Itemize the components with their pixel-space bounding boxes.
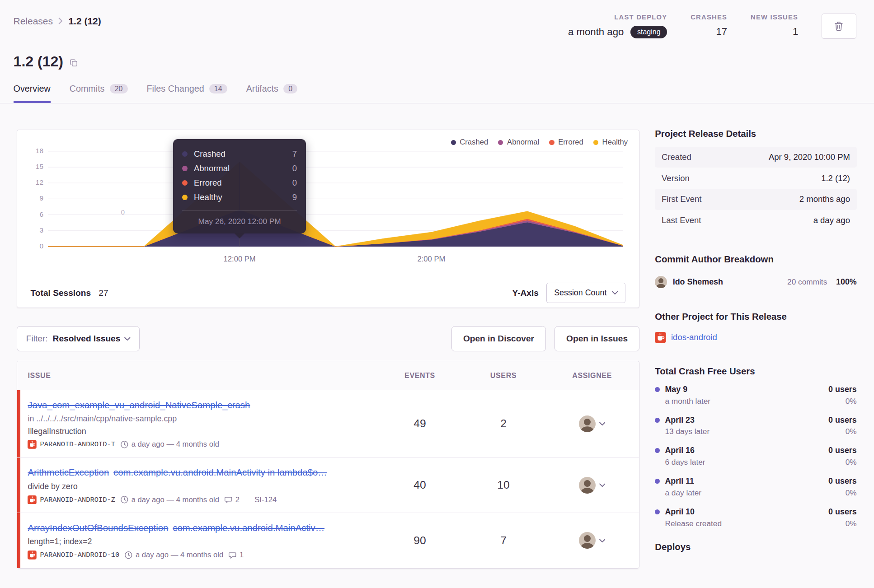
- tab-count-badge: 20: [110, 84, 128, 93]
- issue-title-link[interactable]: ArrayIndexOutOfBoundsException: [28, 523, 168, 533]
- tab-artifacts[interactable]: Artifacts0: [246, 84, 297, 103]
- crash-free-item: April 100 users Release created0%: [655, 507, 856, 528]
- tooltip-row-errored: Errored0: [182, 176, 297, 190]
- timeline-dot-icon: [655, 448, 660, 453]
- open-in-issues-button[interactable]: Open in Issues: [554, 326, 639, 351]
- device-tag[interactable]: PARANOID-ANDROID-T: [28, 440, 115, 449]
- issue-age: a day ago — 4 months old: [124, 551, 223, 560]
- sessions-chart-card: 0369121518 12:00 PM2:00 PM CrashedAbnorm…: [17, 130, 639, 308]
- tab-commits[interactable]: Commits20: [70, 84, 128, 103]
- stat-label: LAST DEPLOY: [568, 14, 667, 21]
- last-deploy-value: a month ago: [568, 26, 624, 38]
- issue-message: divide by zero: [28, 482, 373, 491]
- device-tag[interactable]: PARANOID-ANDROID-Z: [28, 495, 115, 504]
- filter-bar: Filter: Resolved Issues Open in Discover…: [17, 326, 639, 351]
- copy-icon: [70, 59, 78, 67]
- comments-count[interactable]: 2: [224, 495, 240, 504]
- tooltip-row-crashed: Crashed7: [182, 147, 297, 161]
- issue-message: length=1; index=2: [28, 537, 373, 546]
- issue-short-id: SI-124: [254, 495, 277, 504]
- header-stats: LAST DEPLOY a month ago staging CRASHES …: [568, 14, 856, 39]
- chevron-down-icon: [599, 539, 606, 543]
- issue-age: a day ago — 4 months old: [120, 495, 219, 504]
- breadcrumb-releases-link[interactable]: Releases: [14, 16, 53, 27]
- tab-label: Files Changed: [147, 84, 204, 94]
- legend-item-errored[interactable]: Errored: [549, 138, 583, 147]
- assignee-selector[interactable]: [579, 415, 605, 432]
- issue-title-link[interactable]: Java_com_example_vu_android_NativeSample…: [28, 400, 250, 410]
- crashed-dot-icon: [182, 151, 188, 157]
- legend-item-crashed[interactable]: Crashed: [451, 138, 489, 147]
- issue-row: ArrayIndexOutOfBoundsExceptioncom.exampl…: [17, 513, 639, 568]
- sessions-area-chart[interactable]: [48, 130, 623, 249]
- comments-count[interactable]: 1: [228, 551, 244, 560]
- issues-table-header: ISSUE EVENTS USERS ASSIGNEE: [17, 361, 639, 390]
- clock-icon: [124, 551, 133, 560]
- chart-tooltip: Crashed7 Abnormal0 Errored0 Healthy9 May…: [173, 139, 306, 233]
- delete-release-button[interactable]: [822, 14, 856, 39]
- y-axis-label: 9: [39, 194, 43, 202]
- section-heading-commit-authors: Commit Author Breakdown: [655, 254, 856, 265]
- healthy-dot-icon: [182, 195, 188, 200]
- column-header-assignee: ASSIGNEE: [545, 371, 639, 380]
- crashes-value: 17: [716, 26, 728, 37]
- stat-label: NEW ISSUES: [751, 14, 798, 21]
- detail-row-first-event: First Event2 months ago: [655, 189, 856, 210]
- timeline-dot-icon: [655, 509, 660, 514]
- legend-item-healthy[interactable]: Healthy: [593, 138, 628, 147]
- java-platform-icon: [28, 495, 37, 504]
- assignee-selector[interactable]: [579, 532, 605, 549]
- crash-free-item: April 160 users 6 days later0%: [655, 446, 856, 467]
- release-tabs: Overview Commits20 Files Changed14 Artif…: [0, 84, 874, 103]
- x-axis-label: 12:00 PM: [224, 255, 256, 264]
- y-axis-label: 0: [39, 242, 43, 250]
- y-axis-select[interactable]: Session Count: [546, 283, 625, 303]
- tab-label: Artifacts: [246, 84, 278, 94]
- tooltip-row-abnormal: Abnormal0: [182, 161, 297, 176]
- x-axis-label: 2:00 PM: [417, 255, 445, 264]
- legend-item-abnormal[interactable]: Abnormal: [498, 138, 539, 147]
- clock-icon: [120, 495, 129, 504]
- issue-users-count: 10: [462, 458, 545, 513]
- detail-row-created: CreatedApr 9, 2020 10:00 PM: [655, 147, 856, 168]
- page-title: 1.2 (12): [14, 53, 63, 70]
- copy-version-button[interactable]: [70, 59, 78, 67]
- sessions-chart[interactable]: 0369121518 12:00 PM2:00 PM CrashedAbnorm…: [17, 130, 639, 278]
- y-axis-label: 12: [36, 178, 43, 187]
- issue-culprit-link[interactable]: com.example.vu.android.MainActiv…: [173, 523, 324, 533]
- timeline-dot-icon: [655, 418, 660, 423]
- java-platform-icon: [655, 332, 666, 343]
- y-axis-label: 6: [39, 210, 43, 219]
- crash-free-item: April 110 users a day later0%: [655, 476, 856, 498]
- stat-label: CRASHES: [691, 14, 727, 21]
- issues-filter-dropdown[interactable]: Filter: Resolved Issues: [17, 326, 140, 351]
- new-issues-value: 1: [793, 26, 798, 37]
- issue-age: a day ago — 4 months old: [120, 440, 219, 449]
- tooltip-caret: [235, 233, 244, 238]
- tab-files-changed[interactable]: Files Changed14: [147, 84, 227, 103]
- release-sidebar: Project Release Details CreatedApr 9, 20…: [655, 103, 856, 560]
- stat-crashes: CRASHES 17: [691, 14, 727, 37]
- chevron-down-icon: [124, 337, 131, 341]
- author-name: Ido Shemesh: [673, 277, 723, 287]
- open-in-discover-button[interactable]: Open in Discover: [451, 326, 545, 351]
- y-axis-label: 18: [36, 147, 43, 155]
- device-tag[interactable]: PARANOID-ANDROID-10: [28, 551, 119, 560]
- column-header-issue: ISSUE: [17, 371, 378, 380]
- project-row: idos-android: [655, 332, 856, 343]
- total-sessions-label: Total Sessions: [31, 288, 91, 298]
- column-header-events: EVENTS: [378, 371, 462, 380]
- issue-culprit-link[interactable]: com.example.vu.android.MainActivity in l…: [113, 467, 327, 477]
- trash-icon: [834, 21, 843, 31]
- tab-overview[interactable]: Overview: [14, 84, 51, 103]
- issue-users-count: 7: [462, 513, 545, 568]
- assignee-selector[interactable]: [579, 477, 605, 494]
- project-link[interactable]: idos-android: [671, 332, 717, 342]
- author-percent: 100%: [836, 277, 857, 287]
- issue-title-link[interactable]: ArithmeticException: [28, 467, 109, 477]
- issue-row: Java_com_example_vu_android_NativeSample…: [17, 390, 639, 458]
- tab-label: Overview: [14, 84, 51, 94]
- tab-count-badge: 14: [209, 84, 227, 93]
- healthy-legend-dot-icon: [593, 140, 598, 145]
- resolved-indicator-bar: [17, 390, 20, 457]
